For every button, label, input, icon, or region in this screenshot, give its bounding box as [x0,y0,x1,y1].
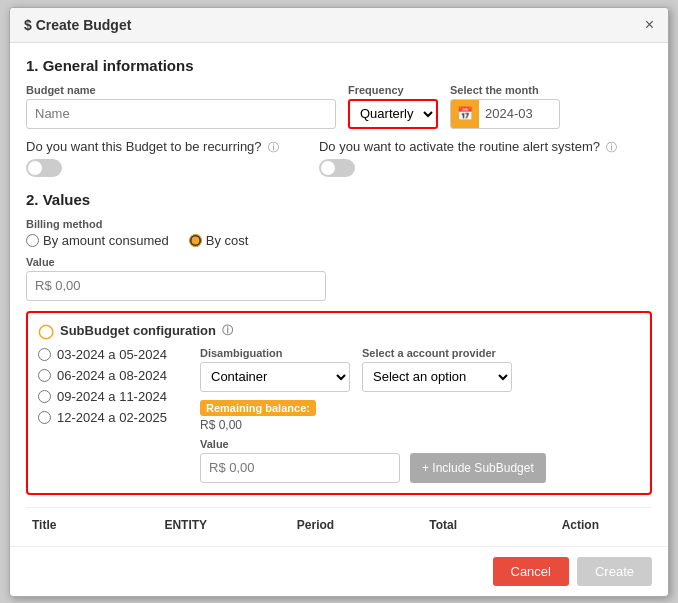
remaining-balance-value: R$ 0,00 [200,418,640,432]
value-input[interactable] [26,271,326,301]
period-item-1[interactable]: 03-2024 a 05-2024 [38,347,188,362]
subbudget-section: ◯ SubBudget configuration ⓘ 03-2024 a 05… [26,311,652,495]
toggle-knob [28,161,42,175]
subbudget-value-label: Value [200,438,640,450]
general-info-row: Budget name Frequency Quarterly Monthly … [26,84,652,129]
recurring-info-icon: ⓘ [268,141,279,153]
create-budget-modal: $ Create Budget × 1. General information… [9,7,669,597]
subbudget-body: 03-2024 a 05-2024 06-2024 a 08-2024 09-2… [38,347,640,483]
period-radio-4[interactable] [38,411,51,424]
by-cost-label: By cost [206,233,249,248]
th-period: Period [291,514,423,536]
account-provider-label: Select a account provider [362,347,512,359]
subbudget-value-input[interactable] [200,453,400,483]
month-label: Select the month [450,84,560,96]
close-button[interactable]: × [645,16,654,34]
toggle-knob-2 [321,161,335,175]
frequency-label: Frequency [348,84,438,96]
modal-title: $ Create Budget [24,17,131,33]
billing-method-label: Billing method [26,218,652,230]
alert-toggle-group: Do you want to activate the routine aler… [319,139,617,177]
subbudget-header: ◯ SubBudget configuration ⓘ [38,323,640,339]
budget-name-input[interactable] [26,99,336,129]
collapse-icon[interactable]: ◯ [38,323,54,339]
subbudget-value-row: + Include SubBudget [200,453,640,483]
budget-name-group: Budget name [26,84,336,129]
billing-row: By amount consumed By cost [26,233,652,248]
recurring-toggle[interactable] [26,159,62,177]
by-cost-radio[interactable] [189,234,202,247]
account-provider-select[interactable]: Select an option [362,362,512,392]
alert-toggle[interactable] [319,159,355,177]
disambiguation-group: Disambiguation Container Service Tag [200,347,350,392]
calendar-icon: 📅 [451,100,479,128]
th-total: Total [423,514,555,536]
by-amount-radio[interactable] [26,234,39,247]
alert-label: Do you want to activate the routine aler… [319,139,617,155]
period-label-4: 12-2024 a 02-2025 [57,410,167,425]
period-radio-3[interactable] [38,390,51,403]
th-entity: ENTITY [158,514,290,536]
period-radio-1[interactable] [38,348,51,361]
frequency-group: Frequency Quarterly Monthly Yearly [348,84,438,129]
modal-header: $ Create Budget × [10,8,668,43]
subbudget-info-icon: ⓘ [222,323,233,338]
recurring-label: Do you want this Budget to be recurring?… [26,139,279,155]
include-subbudget-button[interactable]: + Include SubBudget [410,453,546,483]
by-amount-radio-label[interactable]: By amount consumed [26,233,169,248]
th-title: Title [26,514,158,536]
subbudget-periods: 03-2024 a 05-2024 06-2024 a 08-2024 09-2… [38,347,188,483]
budget-name-label: Budget name [26,84,336,96]
account-provider-group: Select a account provider Select an opti… [362,347,512,392]
modal-footer: Cancel Create [10,546,668,596]
section2: 2. Values Billing method By amount consu… [26,191,652,301]
disambiguation-label: Disambiguation [200,347,350,359]
by-amount-label: By amount consumed [43,233,169,248]
section2-title: 2. Values [26,191,652,208]
toggle-row: Do you want this Budget to be recurring?… [26,139,652,177]
month-group: Select the month 📅 [450,84,560,129]
date-input[interactable] [479,102,559,125]
alert-info-icon: ⓘ [606,141,617,153]
period-item-2[interactable]: 06-2024 a 08-2024 [38,368,188,383]
date-picker[interactable]: 📅 [450,99,560,129]
th-action: Action [556,514,652,536]
subbudget-config-row: Disambiguation Container Service Tag Sel… [200,347,640,392]
period-label-1: 03-2024 a 05-2024 [57,347,167,362]
table-header: Title ENTITY Period Total Action [26,507,652,536]
recurring-toggle-group: Do you want this Budget to be recurring?… [26,139,279,177]
section1-title: 1. General informations [26,57,652,74]
cancel-button[interactable]: Cancel [493,557,569,586]
period-label-3: 09-2024 a 11-2024 [57,389,167,404]
period-label-2: 06-2024 a 08-2024 [57,368,167,383]
period-item-3[interactable]: 09-2024 a 11-2024 [38,389,188,404]
by-cost-radio-label[interactable]: By cost [189,233,249,248]
modal-body: 1. General informations Budget name Freq… [10,43,668,546]
remaining-balance-label: Remaining balance: [200,400,316,416]
period-item-4[interactable]: 12-2024 a 02-2025 [38,410,188,425]
frequency-select[interactable]: Quarterly Monthly Yearly [348,99,438,129]
value-label: Value [26,256,652,268]
subbudget-title: SubBudget configuration [60,323,216,338]
subbudget-right: Disambiguation Container Service Tag Sel… [200,347,640,483]
period-radio-2[interactable] [38,369,51,382]
create-button[interactable]: Create [577,557,652,586]
disambiguation-select[interactable]: Container Service Tag [200,362,350,392]
